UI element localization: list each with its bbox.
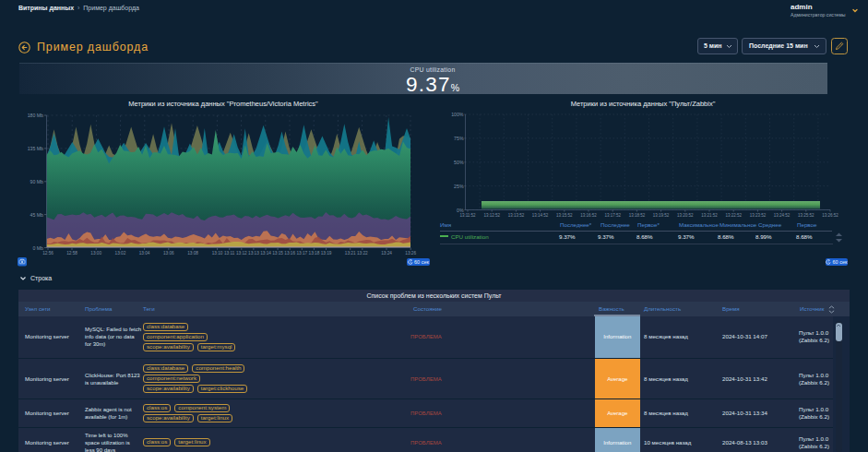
svg-text:13:06: 13:06 (163, 251, 174, 256)
svg-text:13:26:52: 13:26:52 (822, 213, 838, 218)
svg-text:13:17: 13:17 (296, 251, 307, 256)
svg-text:100%: 100% (451, 112, 464, 117)
svg-text:50%: 50% (454, 160, 464, 165)
svg-text:12:56: 12:56 (42, 251, 54, 256)
svg-text:13:19: 13:19 (321, 251, 332, 256)
svg-text:0%: 0% (457, 208, 464, 213)
svg-text:90 Mb: 90 Mb (30, 179, 44, 184)
svg-text:13:11: 13:11 (224, 251, 235, 256)
svg-text:13:26: 13:26 (405, 251, 416, 256)
svg-text:13:11:52: 13:11:52 (459, 213, 476, 218)
svg-text:13:14: 13:14 (260, 251, 271, 256)
svg-text:13:22: 13:22 (357, 251, 368, 256)
svg-text:13:21: 13:21 (345, 251, 356, 256)
svg-text:13:16: 13:16 (284, 251, 295, 256)
svg-text:13:12: 13:12 (236, 251, 247, 256)
svg-text:13:14:52: 13:14:52 (532, 213, 549, 218)
svg-text:12:58: 12:58 (66, 251, 77, 256)
svg-text:13:04: 13:04 (139, 251, 150, 256)
svg-text:13:15: 13:15 (272, 251, 283, 256)
svg-text:45 Mb: 45 Mb (30, 212, 44, 218)
svg-text:180 Mb: 180 Mb (28, 113, 43, 118)
svg-text:13:02: 13:02 (115, 251, 126, 256)
svg-text:0 Mb: 0 Mb (32, 245, 43, 251)
svg-text:13:10: 13:10 (212, 251, 223, 256)
svg-text:13:13:52: 13:13:52 (508, 213, 525, 218)
svg-text:13:12:52: 13:12:52 (483, 213, 500, 218)
svg-text:13:00: 13:00 (90, 251, 101, 256)
svg-text:13:24: 13:24 (381, 251, 392, 256)
svg-text:13:08: 13:08 (187, 251, 198, 256)
svg-text:13:13: 13:13 (248, 251, 259, 256)
svg-text:25%: 25% (454, 184, 464, 189)
svg-text:135 Mb: 135 Mb (28, 146, 43, 151)
svg-text:75%: 75% (454, 136, 464, 141)
svg-text:13:18: 13:18 (309, 251, 320, 256)
